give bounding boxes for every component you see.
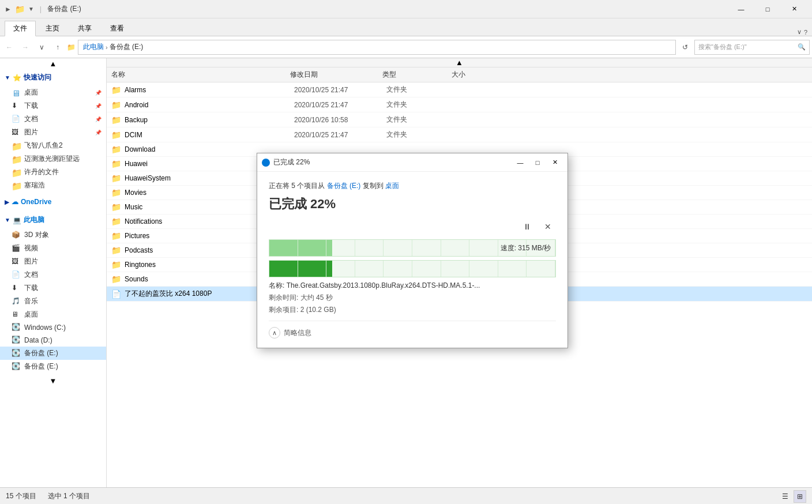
3d-icon: 📦 [12,231,21,240]
maximize-button[interactable]: □ [754,0,781,18]
sidebar-item-music-label: 音乐 [24,296,38,306]
close-button[interactable]: ✕ [781,0,807,18]
docs-icon: 📄 [12,115,21,124]
progress-track-2 [269,260,556,277]
table-row[interactable]: 📁 Alarms 2020/10/25 21:47 文件夹 [107,82,812,97]
file-date: 2020/10/25 21:47 [294,86,386,94]
title-bar-title: 备份盘 (E:) [47,4,81,14]
drive-e-icon: 💽 [12,349,21,358]
folder-icon: 📁 [111,231,121,240]
sidebar-item-pics-label: 图片 [24,127,38,137]
tab-share[interactable]: 共享 [69,21,100,36]
chevron-up-icon: ∧ [269,327,280,338]
video-icon: 🎬 [12,244,21,253]
dialog-minimize-button[interactable]: — [512,156,528,169]
sidebar-onedrive: ▶ ☁ OneDrive [0,194,106,209]
sidebar-item-desktop[interactable]: 🖥 桌面 📌 [0,86,106,99]
dropdown-button[interactable]: ∨ [35,40,48,54]
sidebar-item-pictures[interactable]: 🖼 图片 [0,255,106,268]
dialog-subtitle: 正在将 5 个项目从 备份盘 (E:) 复制到 桌面 [269,181,556,191]
folder-icon: 📁 [12,168,21,177]
sidebar-item-maice[interactable]: 📁 迈测激光测距望远 [0,152,106,166]
sidebar-item-xudan-label: 许丹的文件 [24,167,59,177]
sidebar-onedrive-header[interactable]: ▶ ☁ OneDrive [0,194,106,209]
dialog-copy-icon [262,159,270,167]
ribbon-chevron-down-icon[interactable]: ∨ [797,28,802,36]
dialog-maximize-button[interactable]: □ [529,156,546,169]
drive-c-icon: 💽 [12,323,21,332]
title-bar-nav-back[interactable]: ► [5,5,12,13]
stop-button[interactable]: ✕ [540,219,556,235]
dialog-close-button[interactable]: ✕ [547,156,563,169]
file-scroll-up[interactable]: ▲ [107,58,812,67]
search-placeholder: 搜索"备份盘 (E:)" [698,43,747,51]
col-type-header[interactable]: 类型 [382,70,452,80]
sidebar-item-drive-e2[interactable]: 💽 备份盘 (E:) [0,360,106,373]
sidebar-item-drive-c[interactable]: 💽 Windows (C:) [0,321,106,334]
copy-description-text: 正在将 5 个项目从 [269,182,327,190]
title-bar-folder-icon: 📁 [15,5,25,14]
chevron-down-icon: ▼ [5,217,10,223]
table-row[interactable]: 📁 Backup 2020/10/26 10:58 文件夹 [107,112,812,127]
view-details-button[interactable]: ☰ [779,490,791,503]
sidebar-item-feizhi[interactable]: 📁 飞智八爪鱼2 [0,139,106,152]
dest-link[interactable]: 桌面 [385,182,399,190]
ribbon-help-icon[interactable]: ? [804,29,807,36]
sidebar-item-drive-d[interactable]: 💽 Data (D:) [0,334,106,347]
dialog-remaining-time: 剩余时间: 大约 45 秒 [269,293,556,303]
sidebar-item-video[interactable]: 🎬 视频 [0,242,106,255]
sidebar-item-saruihao[interactable]: 📁 塞瑞浩 [0,179,106,192]
sidebar-item-documents[interactable]: 📄 文档 [0,268,106,281]
col-date-header[interactable]: 修改日期 [290,70,382,80]
table-row[interactable]: 📁 Android 2020/10/25 21:47 文件夹 [107,97,812,112]
col-size-header[interactable]: 大小 [452,70,509,80]
documents-icon: 📄 [12,270,21,280]
scroll-up-button[interactable]: ▲ [0,58,106,69]
folder-icon: 📁 [111,100,121,110]
folder-icon: 📁 [12,155,21,164]
file-date: 2020/10/25 21:47 [294,101,386,109]
source-link[interactable]: 备份盘 (E:) [327,182,361,190]
download-icon: ⬇ [12,101,21,111]
folder-icon: 📁 [111,174,121,183]
up-button[interactable]: ↑ [51,40,65,54]
sidebar-quick-access-header[interactable]: ▼ ⭐ 快速访问 [0,69,106,86]
sidebar-item-music[interactable]: 🎵 音乐 [0,295,106,308]
minimize-button[interactable]: — [728,0,754,18]
back-button[interactable]: ← [2,40,16,54]
sidebar-item-docs[interactable]: 📄 文档 📌 [0,112,106,126]
table-row[interactable]: 📁 DCIM 2020/10/25 21:47 文件夹 [107,127,812,142]
tab-view[interactable]: 查看 [102,21,133,36]
desktop-icon: 🖥 [12,310,21,319]
file-name: Backup [125,116,294,124]
pause-button[interactable]: ⏸ [519,219,535,235]
sidebar-item-download[interactable]: ⬇ 下载 📌 [0,99,106,112]
tab-file[interactable]: 文件 [5,21,36,36]
address-this-pc[interactable]: 此电脑 [83,42,104,52]
tab-home[interactable]: 主页 [37,21,68,36]
sidebar-item-desktop2[interactable]: 🖥 桌面 [0,308,106,321]
col-name-header[interactable]: 名称 [111,70,290,80]
search-box[interactable]: 搜索"备份盘 (E:)" 🔍 [694,40,810,55]
sidebar-item-pics[interactable]: 🖼 图片 📌 [0,126,106,139]
file-type: 文件夹 [386,85,456,95]
progress-bar-1-container: 速度: 315 MB/秒 [269,239,556,257]
location-icon: 📁 [67,43,76,51]
sidebar-item-3d[interactable]: 📦 3D 对象 [0,228,106,242]
sidebar-item-xudan[interactable]: 📁 许丹的文件 [0,166,106,179]
folder-icon: 📁 [111,145,121,154]
sidebar-item-downloads[interactable]: ⬇ 下载 [0,281,106,295]
sidebar-this-pc-header[interactable]: ▼ 💻 此电脑 [0,212,106,228]
view-list-button[interactable]: ⊞ [794,490,806,503]
dialog-more-section[interactable]: ∧ 简略信息 [269,321,556,338]
sidebar-item-video-label: 视频 [24,243,38,253]
sidebar-item-drive-e[interactable]: 💽 备份盘 (E:) [0,347,106,360]
forward-button[interactable]: → [18,40,32,54]
folder-icon: 📁 [111,202,121,212]
scroll-down-button[interactable]: ▼ [0,375,106,386]
title-bar-dropdown[interactable]: ▼ [28,6,34,12]
address-input[interactable]: 此电脑 › 备份盘 (E:) [78,40,676,55]
title-bar: ► 📁 ▼ | 备份盘 (E:) — □ ✕ [0,0,812,18]
status-bar: 15 个项目 选中 1 个项目 ☰ ⊞ [0,487,812,504]
refresh-button[interactable]: ↺ [678,40,692,54]
